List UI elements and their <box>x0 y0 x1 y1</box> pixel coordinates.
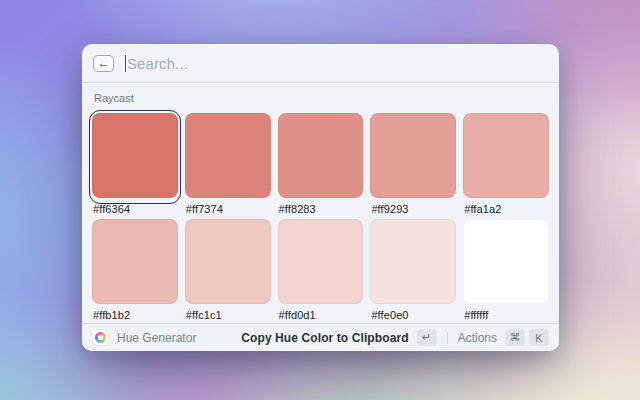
color-swatch[interactable] <box>185 113 271 198</box>
color-swatch[interactable] <box>370 219 456 304</box>
action-bar: Hue Generator Copy Hue Color to Clipboar… <box>82 323 559 351</box>
swatch-cell: #ffa1a2 <box>463 113 549 219</box>
back-button[interactable]: ← <box>93 55 114 72</box>
command-key-badge[interactable]: ⌘ <box>505 329 525 346</box>
k-key-badge[interactable]: K <box>529 329 549 346</box>
swatch-grid: #ff6364 #ff7374 #ff8283 #ff9293 #ffa1a2 … <box>92 113 549 325</box>
swatch-hex-label: #ff7374 <box>186 203 271 215</box>
raycast-window: ← Search... Raycast #ff6364 #ff7374 #ff8… <box>82 44 559 351</box>
hue-color-wheel-icon <box>92 329 109 346</box>
actions-shortcut: ⌘ K <box>505 329 549 346</box>
swatch-cell: #ff8283 <box>278 113 364 219</box>
extension-name: Hue Generator <box>117 331 196 345</box>
primary-action-label[interactable]: Copy Hue Color to Clipboard <box>241 331 408 345</box>
swatch-cell: #ffe0e0 <box>370 219 456 325</box>
actions-menu-label[interactable]: Actions <box>458 331 497 345</box>
swatch-hex-label: #ffc1c1 <box>186 309 271 321</box>
search-placeholder: Search... <box>127 55 188 72</box>
swatch-cell: #ffffff <box>463 219 549 325</box>
swatch-cell: #ff7374 <box>185 113 271 219</box>
swatch-cell: #ff6364 <box>92 113 178 219</box>
swatch-cell: #ff9293 <box>370 113 456 219</box>
swatch-cell: #ffb1b2 <box>92 219 178 325</box>
swatch-hex-label: #ff9293 <box>371 203 456 215</box>
swatch-cell: #ffc1c1 <box>185 219 271 325</box>
search-input[interactable]: Search... <box>125 44 548 82</box>
swatch-hex-label: #ff8283 <box>279 203 364 215</box>
color-swatch[interactable] <box>278 113 364 198</box>
footer-divider <box>447 332 448 344</box>
swatch-cell: #ffd0d1 <box>278 219 364 325</box>
color-swatch[interactable] <box>278 219 364 304</box>
search-bar: ← Search... <box>82 44 559 83</box>
swatch-hex-label: #ffffff <box>464 309 549 321</box>
swatch-hex-label: #ff6364 <box>93 203 178 215</box>
color-swatch[interactable] <box>92 219 178 304</box>
swatch-hex-label: #ffb1b2 <box>93 309 178 321</box>
color-swatch[interactable] <box>92 113 178 198</box>
footer-actions: Copy Hue Color to Clipboard ↵ Actions ⌘ … <box>241 329 549 346</box>
swatch-hex-label: #ffd0d1 <box>279 309 364 321</box>
enter-key-badge[interactable]: ↵ <box>417 329 437 346</box>
back-arrow-icon: ← <box>98 57 110 69</box>
results-area: Raycast #ff6364 #ff7374 #ff8283 #ff9293 … <box>82 83 559 325</box>
swatch-hex-label: #ffe0e0 <box>371 309 456 321</box>
color-swatch[interactable] <box>463 113 549 198</box>
swatch-hex-label: #ffa1a2 <box>464 203 549 215</box>
color-swatch[interactable] <box>463 219 549 304</box>
color-swatch[interactable] <box>185 219 271 304</box>
text-caret <box>125 55 126 72</box>
section-header: Raycast <box>94 92 549 104</box>
color-swatch[interactable] <box>370 113 456 198</box>
extension-identity: Hue Generator <box>92 329 241 346</box>
